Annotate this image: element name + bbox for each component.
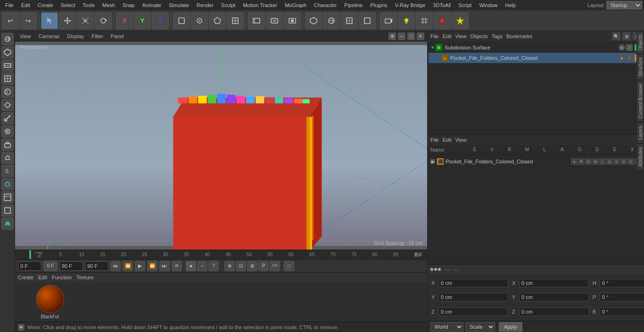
viewport-menu-panel[interactable]: Panel bbox=[109, 33, 126, 40]
attr-menu-edit[interactable]: Edit bbox=[443, 137, 452, 143]
render-seq-btn[interactable]: □ bbox=[284, 261, 294, 271]
move-mode-button[interactable] bbox=[59, 12, 76, 29]
goto-end-button[interactable]: ⏭ bbox=[159, 261, 170, 271]
sidebar-btn-9[interactable] bbox=[1, 138, 14, 151]
world-dropdown[interactable]: World Object Camera bbox=[430, 322, 463, 332]
attr-vis-r[interactable]: R bbox=[585, 158, 592, 165]
attr-expand-toggle[interactable]: ▶ bbox=[430, 159, 435, 164]
viewport-menu-filter[interactable]: Filter bbox=[90, 33, 105, 40]
front-view-button[interactable] bbox=[323, 12, 340, 29]
camera-button[interactable] bbox=[380, 12, 397, 29]
scale-mode-button[interactable] bbox=[77, 12, 94, 29]
right-view-button[interactable] bbox=[359, 12, 376, 29]
frame-start-btn[interactable]: 0 F bbox=[43, 261, 58, 271]
viewport-icon-3[interactable]: □ bbox=[407, 32, 415, 40]
om-menu-tags[interactable]: Tags bbox=[492, 33, 503, 39]
attr-menu-file[interactable]: File bbox=[430, 137, 439, 143]
object-row-folder[interactable]: L Pocket_File_Folders_Colored_Closed ● ✓ bbox=[429, 53, 643, 63]
sidebar-btn-1[interactable] bbox=[1, 33, 14, 45]
viewport-icon-1[interactable]: ⊕ bbox=[388, 32, 396, 40]
attr-vis-s[interactable]: ● bbox=[571, 158, 578, 165]
vis-icon-1[interactable]: ● bbox=[619, 44, 625, 51]
sidebar-btn-4[interactable] bbox=[1, 73, 14, 85]
object-mode-button[interactable] bbox=[173, 12, 190, 29]
tab-objects[interactable]: Objects bbox=[636, 31, 644, 54]
om-menu-view[interactable]: View bbox=[455, 33, 467, 39]
sidebar-btn-11[interactable]: S bbox=[1, 165, 14, 177]
loop-button[interactable]: ⟳ bbox=[172, 261, 182, 271]
attr-vis-l[interactable]: L bbox=[599, 158, 606, 165]
goto-start-button[interactable]: ⏮ bbox=[110, 261, 121, 271]
z-rot-input[interactable] bbox=[519, 308, 589, 316]
menu-3dtoall[interactable]: 3DToAll bbox=[429, 1, 454, 9]
current-frame-input[interactable] bbox=[85, 261, 108, 271]
param-key-btn[interactable]: ⠿⠿ bbox=[270, 261, 280, 271]
perspective-view-button[interactable] bbox=[305, 12, 322, 29]
sidebar-btn-2[interactable] bbox=[1, 46, 14, 58]
sidebar-btn-6[interactable] bbox=[1, 99, 14, 111]
z-pos-input[interactable] bbox=[438, 308, 508, 316]
light-button[interactable] bbox=[398, 12, 415, 29]
translate-key-btn[interactable]: ⊕ bbox=[224, 261, 235, 271]
sidebar-btn-7[interactable] bbox=[1, 112, 14, 124]
scale-dropdown[interactable]: Scale Move Rotate bbox=[465, 322, 495, 332]
material-menu-texture[interactable]: Texture bbox=[76, 275, 93, 280]
menu-mograph[interactable]: MoGraph bbox=[281, 1, 310, 9]
menu-character[interactable]: Character bbox=[311, 1, 340, 9]
apply-button[interactable]: Apply bbox=[499, 322, 522, 332]
attr-vis-g[interactable]: G bbox=[613, 158, 620, 165]
attr-vis-d[interactable]: D bbox=[620, 158, 627, 165]
menu-script[interactable]: Script bbox=[455, 1, 475, 9]
attr-vis-e[interactable]: E bbox=[627, 158, 634, 165]
select-mode-button[interactable] bbox=[41, 12, 58, 29]
render-button[interactable] bbox=[266, 12, 283, 29]
layout-select[interactable]: Startup Standard Sculpting UV Edit bbox=[606, 1, 642, 9]
grid-view-button[interactable] bbox=[416, 12, 433, 29]
3d-viewport[interactable]: X Y Z Perspective Grid Spacing : 10 cm bbox=[15, 41, 427, 250]
vis-icon-2[interactable]: ✓ bbox=[626, 44, 633, 51]
menu-file[interactable]: File bbox=[2, 1, 17, 9]
om-settings-icon[interactable]: ⚙ bbox=[622, 32, 631, 40]
h-input[interactable] bbox=[600, 279, 644, 287]
record-button[interactable] bbox=[434, 12, 451, 29]
menu-vray[interactable]: V-Ray Bridge bbox=[392, 1, 429, 9]
object-row-subdivision[interactable]: ▼ ⊞ Subdivision Surface ● ✓ bbox=[429, 42, 643, 53]
tab-structure[interactable]: Structure bbox=[636, 54, 644, 80]
attr-row-folder[interactable]: ▶ ⬛ Pocket_File_Folders_Colored_Closed ●… bbox=[428, 156, 644, 167]
undo-button[interactable]: ↩ bbox=[2, 12, 19, 29]
menu-window[interactable]: Window bbox=[476, 1, 501, 9]
step-forward-button[interactable]: ⏩ bbox=[147, 261, 157, 271]
menu-help[interactable]: Help bbox=[502, 1, 520, 9]
menu-animate[interactable]: Animate bbox=[139, 1, 165, 9]
x-rot-input[interactable] bbox=[519, 279, 589, 287]
sidebar-btn-10[interactable] bbox=[1, 152, 14, 164]
rotate-key-btn[interactable]: ⊡ bbox=[236, 261, 246, 271]
end-frame-input[interactable] bbox=[59, 261, 83, 271]
om-menu-edit[interactable]: Edit bbox=[443, 33, 452, 39]
tab-attributes[interactable]: Attributes bbox=[636, 144, 644, 170]
edge-mode-button[interactable] bbox=[191, 12, 208, 29]
menu-select[interactable]: Select bbox=[58, 1, 79, 9]
tab-content-browser[interactable]: Content Browser bbox=[636, 80, 644, 121]
attr-vis-m[interactable]: M bbox=[592, 158, 599, 165]
om-menu-file[interactable]: File bbox=[430, 33, 439, 39]
sidebar-btn-12[interactable] bbox=[1, 178, 14, 190]
render-active-button[interactable] bbox=[284, 12, 301, 29]
menu-render[interactable]: Render bbox=[193, 1, 217, 9]
viewport-icon-4[interactable]: ≡ bbox=[417, 32, 424, 40]
menu-sculpt[interactable]: Sculpt bbox=[218, 1, 239, 9]
keyframe-remove-btn[interactable]: ○ bbox=[197, 261, 207, 271]
folder-vis-2[interactable]: ✓ bbox=[626, 55, 633, 61]
attr-vis-a[interactable]: A bbox=[606, 158, 613, 165]
viewport-menu-display[interactable]: Display bbox=[65, 33, 86, 40]
redo-button[interactable]: ↪ bbox=[20, 12, 37, 29]
menu-plugins[interactable]: Plugins bbox=[367, 1, 390, 9]
scale-key-btn[interactable]: ⊞ bbox=[247, 261, 257, 271]
timeline[interactable]: 0 5 10 15 20 25 30 35 40 45 50 55 60 65 … bbox=[15, 250, 427, 259]
sidebar-btn-8[interactable] bbox=[1, 125, 14, 138]
menu-pipeline[interactable]: Pipeline bbox=[341, 1, 366, 9]
lamp-button[interactable] bbox=[452, 12, 469, 29]
material-menu-edit[interactable]: Edit bbox=[38, 275, 47, 280]
material-item[interactable]: BlackFol bbox=[36, 285, 64, 319]
start-frame-input[interactable] bbox=[18, 261, 41, 271]
